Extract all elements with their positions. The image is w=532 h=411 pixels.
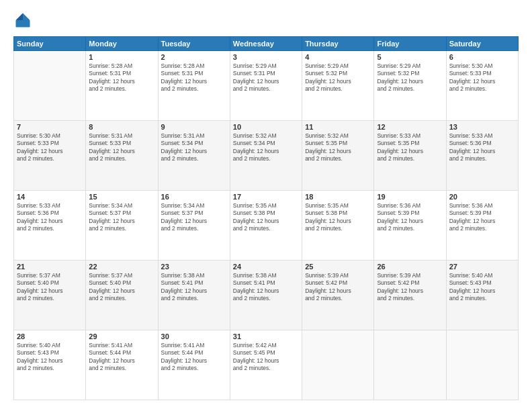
- day-info: Sunrise: 5:42 AMSunset: 5:45 PMDaylight:…: [233, 342, 299, 373]
- calendar-cell: 4Sunrise: 5:29 AMSunset: 5:32 PMDaylight…: [302, 51, 374, 121]
- day-info: Sunrise: 5:35 AMSunset: 5:38 PMDaylight:…: [305, 202, 371, 233]
- day-info: Sunrise: 5:28 AMSunset: 5:31 PMDaylight:…: [89, 62, 154, 93]
- calendar-cell: 14Sunrise: 5:33 AMSunset: 5:36 PMDayligh…: [14, 191, 86, 261]
- calendar-cell: 21Sunrise: 5:37 AMSunset: 5:40 PMDayligh…: [14, 261, 86, 330]
- calendar-cell: 16Sunrise: 5:34 AMSunset: 5:37 PMDayligh…: [158, 191, 230, 261]
- day-info: Sunrise: 5:30 AMSunset: 5:33 PMDaylight:…: [449, 62, 515, 93]
- day-number: 1: [89, 53, 154, 61]
- calendar-cell: [374, 330, 446, 400]
- calendar-cell: 10Sunrise: 5:32 AMSunset: 5:34 PMDayligh…: [230, 121, 302, 191]
- day-number: 9: [161, 123, 227, 131]
- day-info: Sunrise: 5:29 AMSunset: 5:32 PMDaylight:…: [377, 62, 443, 93]
- calendar-table: SundayMondayTuesdayWednesdayThursdayFrid…: [13, 36, 519, 400]
- day-info: Sunrise: 5:28 AMSunset: 5:31 PMDaylight:…: [161, 62, 227, 93]
- day-info: Sunrise: 5:33 AMSunset: 5:36 PMDaylight:…: [17, 202, 83, 233]
- day-info: Sunrise: 5:33 AMSunset: 5:36 PMDaylight:…: [449, 132, 515, 163]
- calendar-cell: 11Sunrise: 5:32 AMSunset: 5:35 PMDayligh…: [302, 121, 374, 191]
- logo-icon: [13, 11, 32, 30]
- calendar-cell: 22Sunrise: 5:37 AMSunset: 5:40 PMDayligh…: [86, 261, 158, 330]
- calendar-week-row: 21Sunrise: 5:37 AMSunset: 5:40 PMDayligh…: [14, 261, 519, 330]
- calendar-cell: 9Sunrise: 5:31 AMSunset: 5:34 PMDaylight…: [158, 121, 230, 191]
- calendar-cell: [446, 330, 518, 400]
- calendar-cell: 3Sunrise: 5:29 AMSunset: 5:31 PMDaylight…: [230, 51, 302, 121]
- calendar-cell: 29Sunrise: 5:41 AMSunset: 5:44 PMDayligh…: [86, 330, 158, 400]
- calendar-cell: 28Sunrise: 5:40 AMSunset: 5:43 PMDayligh…: [14, 330, 86, 400]
- day-info: Sunrise: 5:41 AMSunset: 5:44 PMDaylight:…: [161, 342, 227, 373]
- calendar-cell: 25Sunrise: 5:39 AMSunset: 5:42 PMDayligh…: [302, 261, 374, 330]
- day-number: 19: [377, 193, 443, 201]
- svg-rect-2: [16, 20, 30, 28]
- day-number: 8: [89, 123, 154, 131]
- calendar-week-row: 1Sunrise: 5:28 AMSunset: 5:31 PMDaylight…: [14, 51, 519, 121]
- day-number: 20: [449, 193, 515, 201]
- calendar-cell: 24Sunrise: 5:38 AMSunset: 5:41 PMDayligh…: [230, 261, 302, 330]
- calendar-cell: 13Sunrise: 5:33 AMSunset: 5:36 PMDayligh…: [446, 121, 518, 191]
- day-info: Sunrise: 5:39 AMSunset: 5:42 PMDaylight:…: [377, 272, 443, 303]
- header: [13, 11, 519, 30]
- calendar-week-row: 7Sunrise: 5:30 AMSunset: 5:33 PMDaylight…: [14, 121, 519, 191]
- calendar-cell: 12Sunrise: 5:33 AMSunset: 5:35 PMDayligh…: [374, 121, 446, 191]
- calendar-week-row: 14Sunrise: 5:33 AMSunset: 5:36 PMDayligh…: [14, 191, 519, 261]
- day-number: 11: [305, 123, 371, 131]
- day-number: 12: [377, 123, 443, 131]
- day-number: 26: [377, 263, 443, 271]
- day-header: Saturday: [446, 37, 518, 51]
- calendar-cell: [14, 51, 86, 121]
- day-info: Sunrise: 5:29 AMSunset: 5:32 PMDaylight:…: [305, 62, 371, 93]
- calendar-cell: [302, 330, 374, 400]
- svg-marker-0: [23, 13, 30, 21]
- calendar-cell: 5Sunrise: 5:29 AMSunset: 5:32 PMDaylight…: [374, 51, 446, 121]
- day-number: 13: [449, 123, 515, 131]
- day-header: Tuesday: [158, 37, 230, 51]
- calendar-cell: 1Sunrise: 5:28 AMSunset: 5:31 PMDaylight…: [86, 51, 158, 121]
- day-header: Wednesday: [230, 37, 302, 51]
- day-number: 17: [233, 193, 299, 201]
- calendar-cell: 30Sunrise: 5:41 AMSunset: 5:44 PMDayligh…: [158, 330, 230, 400]
- day-info: Sunrise: 5:37 AMSunset: 5:40 PMDaylight:…: [17, 272, 83, 303]
- day-number: 27: [449, 263, 515, 271]
- day-number: 14: [17, 193, 83, 201]
- calendar-cell: 19Sunrise: 5:36 AMSunset: 5:39 PMDayligh…: [374, 191, 446, 261]
- day-info: Sunrise: 5:41 AMSunset: 5:44 PMDaylight:…: [89, 342, 154, 373]
- day-info: Sunrise: 5:31 AMSunset: 5:33 PMDaylight:…: [89, 132, 154, 163]
- day-info: Sunrise: 5:35 AMSunset: 5:38 PMDaylight:…: [233, 202, 299, 233]
- day-number: 24: [233, 263, 299, 271]
- day-number: 22: [89, 263, 154, 271]
- day-header: Sunday: [14, 37, 86, 51]
- day-number: 16: [161, 193, 227, 201]
- day-info: Sunrise: 5:40 AMSunset: 5:43 PMDaylight:…: [449, 272, 515, 303]
- day-number: 21: [17, 263, 83, 271]
- day-info: Sunrise: 5:38 AMSunset: 5:41 PMDaylight:…: [161, 272, 227, 303]
- day-number: 25: [305, 263, 371, 271]
- day-number: 2: [161, 53, 227, 61]
- day-number: 5: [377, 53, 443, 61]
- calendar-cell: 20Sunrise: 5:36 AMSunset: 5:39 PMDayligh…: [446, 191, 518, 261]
- calendar-cell: 27Sunrise: 5:40 AMSunset: 5:43 PMDayligh…: [446, 261, 518, 330]
- day-number: 6: [449, 53, 515, 61]
- calendar-cell: 31Sunrise: 5:42 AMSunset: 5:45 PMDayligh…: [230, 330, 302, 400]
- day-number: 3: [233, 53, 299, 61]
- day-info: Sunrise: 5:36 AMSunset: 5:39 PMDaylight:…: [377, 202, 443, 233]
- logo: [13, 11, 35, 30]
- calendar-cell: 23Sunrise: 5:38 AMSunset: 5:41 PMDayligh…: [158, 261, 230, 330]
- calendar-header-row: SundayMondayTuesdayWednesdayThursdayFrid…: [14, 37, 519, 51]
- calendar-cell: 7Sunrise: 5:30 AMSunset: 5:33 PMDaylight…: [14, 121, 86, 191]
- calendar-cell: 15Sunrise: 5:34 AMSunset: 5:37 PMDayligh…: [86, 191, 158, 261]
- day-info: Sunrise: 5:38 AMSunset: 5:41 PMDaylight:…: [233, 272, 299, 303]
- calendar-week-row: 28Sunrise: 5:40 AMSunset: 5:43 PMDayligh…: [14, 330, 519, 400]
- day-info: Sunrise: 5:29 AMSunset: 5:31 PMDaylight:…: [233, 62, 299, 93]
- day-info: Sunrise: 5:36 AMSunset: 5:39 PMDaylight:…: [449, 202, 515, 233]
- day-header: Thursday: [302, 37, 374, 51]
- day-number: 15: [89, 193, 154, 201]
- day-info: Sunrise: 5:40 AMSunset: 5:43 PMDaylight:…: [17, 342, 83, 373]
- day-info: Sunrise: 5:39 AMSunset: 5:42 PMDaylight:…: [305, 272, 371, 303]
- day-number: 18: [305, 193, 371, 201]
- day-number: 7: [17, 123, 83, 131]
- day-number: 23: [161, 263, 227, 271]
- calendar-cell: 26Sunrise: 5:39 AMSunset: 5:42 PMDayligh…: [374, 261, 446, 330]
- day-info: Sunrise: 5:31 AMSunset: 5:34 PMDaylight:…: [161, 132, 227, 163]
- day-info: Sunrise: 5:33 AMSunset: 5:35 PMDaylight:…: [377, 132, 443, 163]
- calendar-cell: 8Sunrise: 5:31 AMSunset: 5:33 PMDaylight…: [86, 121, 158, 191]
- calendar-cell: 18Sunrise: 5:35 AMSunset: 5:38 PMDayligh…: [302, 191, 374, 261]
- day-info: Sunrise: 5:34 AMSunset: 5:37 PMDaylight:…: [89, 202, 154, 233]
